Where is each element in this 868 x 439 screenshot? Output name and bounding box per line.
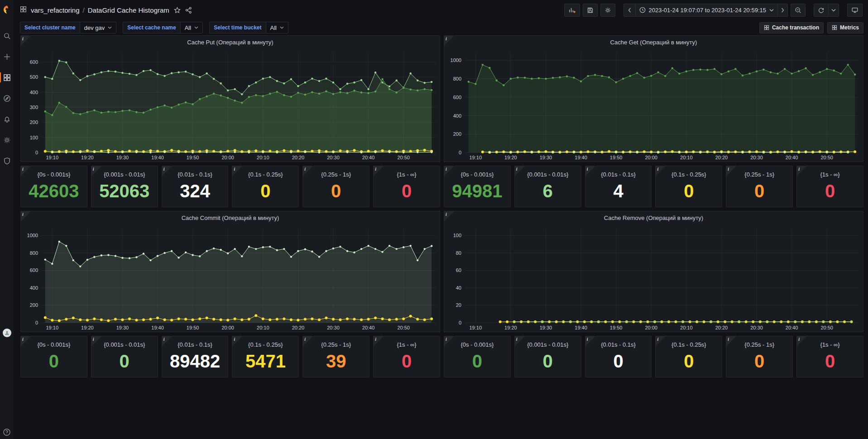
kiosk-mode-button[interactable] — [847, 4, 863, 17]
panel-info-icon[interactable]: i — [162, 166, 172, 176]
svg-text:20:30: 20:30 — [327, 155, 340, 160]
cache-put-chart[interactable]: 010020030040050060019:1019:2019:3019:401… — [21, 48, 440, 162]
cache-remove-chart[interactable]: 02040608010019:1019:2019:3019:4019:5020:… — [444, 224, 863, 332]
svg-text:300: 300 — [30, 105, 38, 110]
time-range-text: 2023-01-24 19:07:07 to 2023-01-24 20:59:… — [649, 7, 767, 14]
panel-info-icon[interactable]: i — [444, 336, 454, 346]
panel-info-icon[interactable]: i — [303, 336, 313, 346]
svg-text:19:30: 19:30 — [116, 325, 129, 330]
panel-info-icon[interactable]: i — [797, 336, 807, 346]
dashboards-icon[interactable] — [0, 72, 14, 83]
panel-title[interactable]: Cache Put (Операций в минуту) — [21, 36, 440, 48]
star-icon[interactable] — [174, 7, 181, 14]
panel-info-icon[interactable]: i — [374, 336, 384, 346]
search-icon[interactable] — [0, 30, 14, 42]
svg-text:19:20: 19:20 — [81, 155, 94, 160]
panel-info-icon[interactable]: i — [585, 166, 595, 176]
user-avatar[interactable] — [0, 329, 14, 337]
grid-icon — [832, 25, 837, 30]
panel-info-icon[interactable]: i — [726, 166, 736, 176]
share-icon[interactable] — [185, 7, 192, 14]
panel-info-icon[interactable]: i — [656, 336, 666, 346]
stat-value: 0 — [656, 348, 722, 377]
stat-panel: i {0.25s - 1s} 39 — [302, 336, 369, 377]
stat-panel: i {0.1s - 0.25s} 0 — [655, 336, 722, 377]
cache-commit-chart[interactable]: 0200400600800100019:1019:2019:3019:4019:… — [21, 224, 440, 332]
svg-text:19:50: 19:50 — [187, 325, 199, 330]
variable-value-dropdown[interactable]: dev gav — [80, 22, 117, 33]
refresh-button[interactable] — [814, 4, 829, 17]
panel-info-icon[interactable]: i — [444, 211, 454, 221]
svg-text:20:20: 20:20 — [715, 155, 728, 160]
panel-info-icon[interactable]: i — [656, 166, 666, 176]
panel-info-icon[interactable]: i — [374, 166, 384, 176]
panel-info-icon[interactable]: i — [21, 211, 31, 221]
svg-text:60: 60 — [456, 267, 461, 273]
stat-panel: i {0.1s - 0.25s} 0 — [232, 166, 299, 207]
svg-text:19:50: 19:50 — [610, 325, 623, 330]
alerting-bell-icon[interactable] — [0, 113, 14, 125]
configuration-gear-icon[interactable] — [0, 134, 14, 146]
svg-text:19:40: 19:40 — [575, 325, 587, 330]
cache-get-chart[interactable]: 0200400600800100019:1019:2019:3019:4019:… — [444, 48, 863, 162]
cache-put-stats-row: i {0s - 0.001s} 42603 i {0.001s - 0.01s}… — [20, 166, 440, 207]
save-dashboard-button[interactable] — [583, 4, 598, 17]
add-panel-button[interactable] — [564, 4, 580, 17]
variable-label: Select cache name — [123, 22, 180, 33]
panel-info-icon[interactable]: i — [585, 336, 595, 346]
create-plus-icon[interactable] — [0, 51, 14, 62]
panel-info-icon[interactable]: i — [444, 36, 454, 46]
stat-value: 0 — [303, 178, 369, 207]
panel-info-icon[interactable]: i — [21, 166, 31, 176]
time-range-back-button[interactable] — [623, 4, 636, 17]
link-cache-transaction[interactable]: Cache transaction — [759, 22, 824, 33]
panel-info-icon[interactable]: i — [797, 166, 807, 176]
svg-text:19:30: 19:30 — [540, 325, 552, 330]
time-range-picker[interactable]: 2023-01-24 19:07:07 to 2023-01-24 20:59:… — [636, 4, 778, 17]
panel-info-icon[interactable]: i — [91, 336, 101, 346]
stat-value: 0 — [797, 178, 863, 207]
admin-shield-icon[interactable] — [0, 155, 14, 167]
panel-info-icon[interactable]: i — [21, 336, 31, 346]
panel-info-icon[interactable]: i — [21, 36, 31, 46]
panel-info-icon[interactable]: i — [515, 336, 525, 346]
grafana-logo[interactable] — [0, 3, 14, 16]
chevron-down-icon — [280, 26, 284, 29]
svg-text:100: 100 — [453, 233, 461, 238]
stat-panel: i {0s - 0.001s} 94981 — [444, 166, 511, 207]
svg-text:19:10: 19:10 — [470, 155, 482, 160]
panel-info-icon[interactable]: i — [303, 166, 313, 176]
stat-value: 0 — [515, 348, 581, 377]
stat-value: 52063 — [91, 178, 158, 207]
stat-value: 0 — [726, 348, 792, 377]
panel-info-icon[interactable]: i — [444, 166, 454, 176]
breadcrumb-page-title[interactable]: DataGrid Cache Histogram — [88, 6, 169, 14]
help-icon[interactable] — [0, 428, 14, 436]
dashboard-settings-button[interactable] — [600, 4, 615, 17]
link-metrics[interactable]: Metrics — [827, 22, 863, 33]
chevron-down-icon — [769, 9, 774, 12]
variable-value-dropdown[interactable]: All — [266, 22, 288, 33]
panel-info-icon[interactable]: i — [91, 166, 101, 176]
time-range-forward-button[interactable] — [778, 4, 788, 17]
panel-info-icon[interactable]: i — [232, 336, 242, 346]
panel-info-icon[interactable]: i — [162, 336, 172, 346]
zoom-out-time-button[interactable] — [791, 4, 806, 17]
panel-info-icon[interactable]: i — [232, 166, 242, 176]
panel-info-icon[interactable]: i — [726, 336, 736, 346]
explore-compass-icon[interactable] — [0, 92, 14, 104]
svg-text:800: 800 — [453, 76, 461, 81]
refresh-interval-dropdown[interactable] — [829, 4, 839, 17]
panel-title[interactable]: Cache Remove (Операций в минуту) — [444, 211, 863, 224]
stat-value: 89482 — [162, 348, 228, 377]
stat-panel: i {0s - 0.001s} 0 — [20, 336, 87, 377]
stat-value: 0 — [91, 348, 158, 377]
breadcrumb-folder[interactable]: vars_refactoring — [31, 6, 80, 14]
panel-title[interactable]: Cache Commit (Операций в минуту) — [21, 211, 440, 224]
variable-value-dropdown[interactable]: All — [180, 22, 203, 33]
cache-commit-stats-row: i {0s - 0.001s} 0 i {0.001s - 0.01s} 0 i… — [20, 336, 440, 377]
panel-info-icon[interactable]: i — [515, 166, 525, 176]
svg-text:20:40: 20:40 — [362, 155, 375, 160]
svg-text:800: 800 — [30, 250, 38, 256]
panel-title[interactable]: Cache Get (Операций в минуту) — [444, 36, 863, 48]
